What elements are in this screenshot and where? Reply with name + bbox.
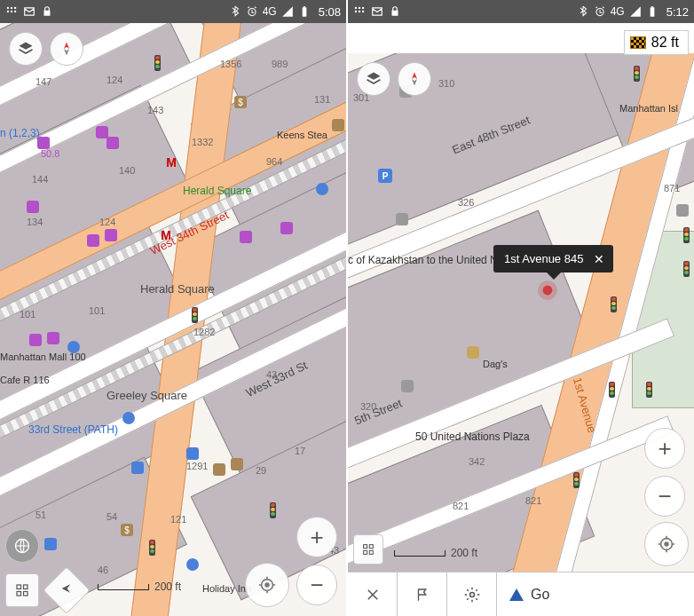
svg-rect-10 (17, 585, 21, 589)
scale-text: 200 ft (154, 580, 181, 593)
embassy-flag-icon[interactable] (401, 380, 414, 392)
svg-point-5 (14, 11, 16, 12)
layers-button[interactable] (9, 32, 43, 66)
shop-icon[interactable] (240, 231, 252, 243)
house-no: 326 (458, 197, 474, 208)
alarm-icon (594, 5, 606, 18)
poi-manhattan-isl: Manhattan Isl (619, 103, 678, 114)
svg-point-16 (355, 7, 357, 9)
locate-button[interactable] (245, 563, 289, 607)
scale-bar: 200 ft (394, 547, 477, 559)
bank-icon[interactable]: $ (234, 96, 247, 108)
shop-icon[interactable] (106, 137, 119, 149)
zoom-out-button[interactable]: − (296, 565, 337, 605)
map-canvas[interactable]: West 34th Street West 33rd St Herald Squ… (0, 23, 346, 616)
shop-icon[interactable] (37, 137, 50, 149)
info-icon[interactable] (67, 341, 80, 353)
house-no: 29 (256, 465, 266, 476)
house-no: 1356 (220, 59, 241, 69)
svg-rect-30 (369, 545, 373, 549)
menu-grid-button[interactable] (5, 573, 39, 607)
compass-button[interactable] (398, 62, 431, 96)
metro-icon[interactable]: M (160, 229, 172, 241)
restaurant-icon[interactable] (332, 119, 344, 131)
lock-icon (41, 5, 53, 18)
house-no: 1291 (186, 461, 208, 471)
svg-rect-32 (369, 550, 373, 554)
locate-button[interactable] (644, 522, 689, 566)
screen-left: 4G 5:08 (0, 0, 346, 616)
shop-icon[interactable] (29, 334, 42, 346)
cafe-icon[interactable] (467, 346, 479, 359)
zoom-in-button[interactable]: + (644, 428, 685, 469)
checkered-flag-icon (630, 36, 646, 49)
svg-rect-8 (304, 6, 305, 7)
layers-button[interactable] (357, 62, 390, 96)
settings-button[interactable] (447, 573, 497, 616)
embassy-flag-icon[interactable] (676, 204, 689, 217)
shop-icon[interactable] (280, 222, 293, 234)
scale-text: 200 ft (451, 547, 477, 559)
bike-icon[interactable] (186, 447, 199, 460)
car-icon[interactable] (316, 183, 328, 195)
close-icon[interactable]: ✕ (594, 252, 604, 266)
shop-icon[interactable] (87, 234, 99, 247)
waypoint-flag-button[interactable] (398, 573, 447, 616)
traffic-light-icon (634, 66, 640, 82)
station-icon[interactable] (122, 412, 135, 424)
svg-point-1 (11, 7, 12, 9)
tooltip-text: 1st Avenue 845 (504, 252, 583, 265)
shop-icon[interactable] (27, 201, 39, 213)
network-label: 4G (611, 5, 625, 18)
house-no: 121 (170, 514, 186, 525)
shop-icon[interactable] (47, 332, 59, 344)
distance-badge[interactable]: 82 ft (624, 30, 689, 55)
lock-icon (389, 5, 401, 18)
destination-marker[interactable] (536, 279, 559, 302)
house-no: 46 (98, 565, 108, 575)
house-no: 821 (453, 501, 469, 511)
signal-icon (281, 5, 294, 18)
map-canvas[interactable]: East 48th Street 1st Avenue 5th Street M… (348, 53, 694, 572)
bike-icon[interactable] (44, 538, 57, 550)
restaurant-icon[interactable] (213, 463, 225, 476)
svg-point-19 (355, 11, 357, 12)
house-no: 871 (664, 183, 680, 193)
compass-button[interactable] (50, 32, 83, 66)
restaurant-icon[interactable] (231, 458, 243, 470)
zoom-out-button[interactable]: − (644, 476, 685, 517)
bank-icon[interactable]: $ (121, 524, 133, 536)
embassy-flag-icon[interactable] (396, 213, 408, 225)
poi-holiday: Holiday Inn (202, 583, 251, 594)
svg-rect-12 (17, 592, 21, 596)
svg-point-17 (359, 7, 360, 9)
traffic-light-icon (149, 540, 155, 556)
house-no: 1332 (192, 137, 213, 147)
battery-icon (298, 5, 311, 18)
metro-icon[interactable]: M (165, 156, 177, 169)
house-no: 1282 (193, 327, 215, 337)
traffic-light-icon (683, 261, 690, 277)
menu-grid-button[interactable] (353, 534, 383, 565)
house-no: 342 (469, 456, 485, 467)
svg-point-0 (7, 7, 9, 9)
go-button[interactable]: Go (497, 573, 694, 616)
cancel-button[interactable] (348, 573, 398, 616)
apps-icon (5, 5, 18, 18)
svg-rect-23 (650, 7, 654, 16)
nav-arrow-icon (509, 588, 524, 601)
destination-tooltip[interactable]: 1st Avenue 845 ✕ (493, 245, 613, 272)
traffic-light-icon (611, 296, 617, 312)
mail-icon (23, 5, 35, 18)
svg-point-2 (14, 7, 16, 9)
parking-icon[interactable]: P (378, 169, 392, 183)
zoom-in-button[interactable]: + (296, 517, 337, 557)
apps-icon (353, 5, 366, 18)
bike-icon[interactable] (131, 462, 144, 474)
globe-button[interactable] (5, 529, 39, 563)
house-no: 124 (106, 75, 122, 85)
house-no: 143 (147, 105, 163, 115)
shop-icon[interactable] (105, 229, 117, 241)
house-no: 131 (314, 94, 330, 105)
station-icon[interactable] (186, 558, 199, 571)
